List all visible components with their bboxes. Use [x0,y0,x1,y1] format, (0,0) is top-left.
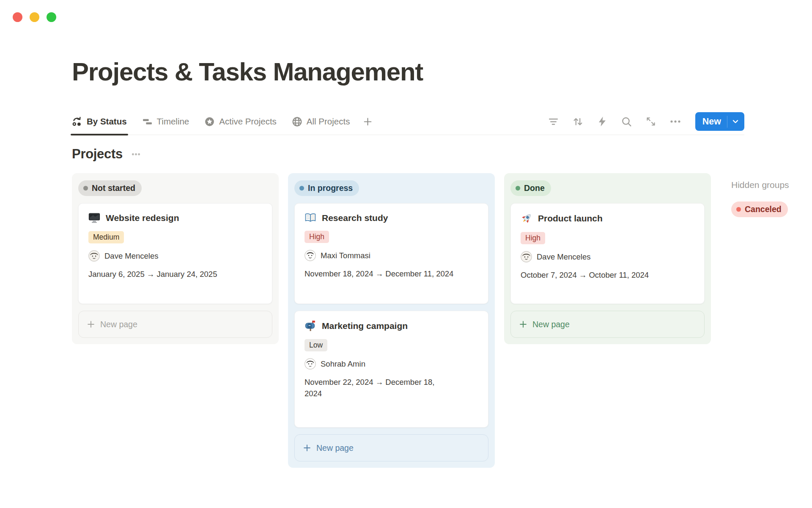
window-titlebar [0,0,812,27]
card-marketing-campaign[interactable]: Marketing campaign Low [294,311,488,428]
group-header-not-started[interactable]: Not started [78,180,142,196]
status-dot [83,186,88,190]
plus-icon [86,320,96,329]
column-not-started: Not started [72,173,279,344]
card-title: Research study [322,213,388,223]
card-dates: November 22, 2024 → December 18, 2024 [304,377,447,400]
card-title: Product launch [538,213,603,224]
card-dates: November 18, 2024 → December 11, 2024 [304,268,478,280]
tab-label: Timeline [157,116,189,127]
hidden-groups-label: Hidden groups [731,180,812,190]
minimize-button[interactable] [30,12,39,22]
close-button[interactable] [13,12,22,22]
priority-badge: Medium [88,231,124,243]
tab-timeline[interactable]: Timeline [142,108,189,135]
group-header-done[interactable]: Done [510,180,551,196]
new-page-button[interactable]: New page [78,311,272,338]
tab-label: All Projects [307,116,350,127]
more-icon[interactable] [669,116,681,127]
globe-icon [292,116,302,127]
star-circle-icon [204,116,215,127]
filter-icon[interactable] [548,116,559,127]
automation-icon[interactable] [597,116,608,127]
card-title: Website redesign [106,213,179,223]
mailbox-icon [304,320,316,331]
group-name: Canceled [745,204,782,214]
group-header-canceled[interactable]: Canceled [731,202,788,217]
tab-label: Active Projects [219,116,277,127]
card-title: Marketing campaign [322,321,408,331]
group-name: Done [524,183,545,193]
tab-by-status[interactable]: By Status [72,108,127,135]
desktop-computer-icon [88,213,100,224]
plus-icon [362,116,373,127]
tab-label: By Status [87,116,127,127]
kanban-board: Not started [72,173,744,468]
card-website-redesign[interactable]: Website redesign Medium [78,203,272,304]
board-header: Projects [72,146,744,162]
status-dot [516,186,520,190]
group-name: In progress [308,183,353,193]
tab-active-projects[interactable]: Active Projects [204,108,277,135]
rocket-icon [521,213,532,224]
hidden-groups-panel: Hidden groups Canceled [731,173,812,217]
search-icon[interactable] [621,116,632,127]
open-book-icon [304,213,316,223]
column-done: Done [504,173,711,344]
view-tabbar: By Status Timeline Act [72,108,744,135]
priority-badge: Low [304,339,327,351]
zoom-button[interactable] [47,12,56,22]
card-product-launch[interactable]: Product launch High [510,203,705,304]
assignee-name: Sohrab Amin [321,359,365,369]
new-button[interactable]: New [695,112,744,131]
page-content: Projects & Tasks Management By Status [0,57,812,468]
chevron-down-icon[interactable] [727,117,744,126]
avatar [304,250,316,261]
status-dot [299,186,304,190]
plus-icon [518,320,528,329]
new-page-button[interactable]: New page [294,434,488,461]
new-page-label: New page [532,320,570,329]
column-in-progress: In progress Research st [288,173,495,468]
status-cycle-icon [72,116,82,127]
card-research-study[interactable]: Research study High [294,203,488,304]
view-toolbar: New [548,112,744,131]
new-page-label: New page [100,320,137,329]
add-view-button[interactable] [362,116,373,127]
avatar [304,358,316,370]
group-name: Not started [92,183,135,193]
card-dates: October 7, 2024 → October 11, 2024 [521,270,694,281]
board-more-icon[interactable] [131,149,141,160]
assignee-name: Maxi Tommasi [321,251,370,260]
sort-icon[interactable] [572,116,584,127]
timeline-icon [142,116,153,127]
new-page-label: New page [316,443,354,453]
page-title: Projects & Tasks Management [72,57,744,87]
new-button-label: New [695,116,727,127]
priority-badge: High [521,232,545,244]
expand-icon[interactable] [645,116,656,127]
avatar [521,251,532,262]
assignee-name: Dave Menceles [537,252,591,262]
tab-all-projects[interactable]: All Projects [292,108,350,135]
board-title: Projects [72,146,123,162]
card-dates: January 6, 2025 → January 24, 2025 [88,269,262,280]
new-page-button[interactable]: New page [510,311,705,338]
avatar [88,250,100,262]
notion-window: Projects & Tasks Management By Status [0,0,812,508]
assignee-name: Dave Menceles [104,251,159,261]
priority-badge: High [304,231,329,243]
status-dot [736,207,741,212]
plus-icon [302,443,312,453]
group-header-in-progress[interactable]: In progress [294,180,359,196]
